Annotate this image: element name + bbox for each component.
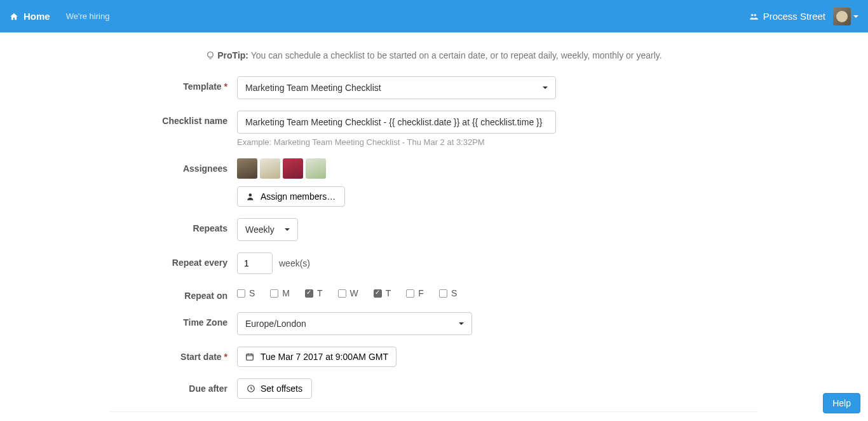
avatar[interactable]: [283, 158, 303, 179]
start-date-value: Tue Mar 7 2017 at 9:00AM GMT: [261, 352, 388, 362]
day-sat[interactable]: S: [439, 288, 457, 298]
nav-right: Process Street: [749, 8, 858, 25]
label-template: Template *: [110, 76, 237, 92]
svg-point-1: [754, 13, 756, 16]
clock-icon: [247, 384, 255, 393]
checklist-name-example: Example: Marketing Team Meeting Checklis…: [237, 137, 556, 147]
user-plus-icon: [247, 192, 255, 201]
form-container: ProTip: You can schedule a checklist to …: [110, 32, 758, 412]
day-sun[interactable]: S: [237, 288, 255, 298]
timezone-select[interactable]: Europe/London: [237, 312, 472, 335]
day-wed[interactable]: W: [338, 288, 358, 298]
protip-label: ProTip:: [217, 50, 248, 60]
caret-down-icon: [853, 15, 858, 18]
day-checkbox-group: S M T W T F S: [237, 286, 556, 298]
assignee-avatars: [237, 158, 556, 179]
row-assignees: Assignees Assign members…: [110, 158, 758, 207]
timezone-value: Europe/London: [245, 319, 306, 329]
row-start-date: Start date * Tue Mar 7 2017 at 9:00AM GM…: [110, 347, 758, 367]
nav-left: Home We're hiring: [10, 11, 109, 22]
home-label: Home: [24, 11, 50, 22]
day-thu[interactable]: T: [374, 288, 391, 298]
svg-point-2: [249, 193, 252, 197]
repeat-every-input[interactable]: [237, 252, 273, 274]
day-tue[interactable]: T: [305, 288, 323, 298]
set-offsets-label: Set offsets: [261, 383, 302, 394]
caret-down-icon: [285, 228, 290, 231]
label-checklist-name: Checklist name: [110, 111, 237, 126]
row-repeat-on: Repeat on S M T W T F S: [110, 286, 758, 301]
divider: [110, 411, 758, 412]
label-repeat-every: Repeat every: [110, 252, 237, 268]
user-avatar: [833, 8, 851, 25]
protip-text: You can schedule a checklist to be start…: [251, 50, 662, 60]
label-due-after: Due after: [110, 378, 237, 394]
day-fri[interactable]: F: [406, 288, 424, 298]
repeat-every-unit: week(s): [279, 258, 310, 268]
assign-members-button[interactable]: Assign members…: [237, 186, 345, 207]
brand-label: Process Street: [763, 11, 825, 22]
user-menu[interactable]: [833, 8, 858, 25]
caret-down-icon: [543, 86, 548, 89]
template-select[interactable]: Marketing Team Meeting Checklist: [237, 76, 556, 99]
checklist-name-input[interactable]: Marketing Team Meeting Checklist - {{ ch…: [237, 111, 556, 134]
label-repeats: Repeats: [110, 218, 237, 233]
row-checklist-name: Checklist name Marketing Team Meeting Ch…: [110, 111, 758, 147]
caret-down-icon: [459, 322, 464, 325]
assign-members-label: Assign members…: [261, 191, 336, 202]
day-mon[interactable]: M: [270, 288, 290, 298]
checkbox[interactable]: [439, 289, 447, 298]
avatar[interactable]: [306, 158, 326, 179]
label-start-date: Start date *: [110, 347, 237, 362]
brand-link[interactable]: Process Street: [749, 11, 825, 22]
checkbox[interactable]: [406, 289, 414, 298]
checkbox[interactable]: [374, 289, 382, 298]
hiring-link[interactable]: We're hiring: [66, 11, 110, 21]
label-timezone: Time Zone: [110, 312, 237, 328]
set-offsets-button[interactable]: Set offsets: [237, 378, 312, 399]
repeats-value: Weekly: [245, 224, 275, 235]
template-value: Marketing Team Meeting Checklist: [245, 83, 381, 93]
help-button[interactable]: Help: [823, 393, 860, 412]
row-due-after: Due after Set offsets: [110, 378, 758, 399]
svg-point-0: [751, 13, 754, 16]
row-repeats: Repeats Weekly: [110, 218, 758, 241]
label-assignees: Assignees: [110, 158, 237, 174]
row-repeat-every: Repeat every week(s): [110, 252, 758, 274]
checkbox[interactable]: [237, 289, 245, 298]
home-link[interactable]: Home: [10, 11, 50, 22]
start-date-button[interactable]: Tue Mar 7 2017 at 9:00AM GMT: [237, 347, 397, 367]
navbar: Home We're hiring Process Street: [0, 0, 868, 32]
home-icon: [10, 12, 18, 21]
checkbox[interactable]: [305, 289, 313, 298]
users-icon: [749, 12, 758, 21]
protip: ProTip: You can schedule a checklist to …: [110, 50, 758, 60]
repeats-select[interactable]: Weekly: [237, 218, 298, 241]
avatar[interactable]: [237, 158, 257, 179]
avatar[interactable]: [260, 158, 280, 179]
row-template: Template * Marketing Team Meeting Checkl…: [110, 76, 758, 99]
checkbox[interactable]: [270, 289, 278, 298]
row-timezone: Time Zone Europe/London: [110, 312, 758, 335]
lightbulb-icon: [206, 51, 215, 60]
checklist-name-value: Marketing Team Meeting Checklist - {{ ch…: [245, 117, 542, 127]
calendar-icon: [245, 352, 254, 361]
label-repeat-on: Repeat on: [110, 286, 237, 301]
checkbox[interactable]: [338, 289, 346, 298]
svg-rect-3: [247, 354, 254, 360]
